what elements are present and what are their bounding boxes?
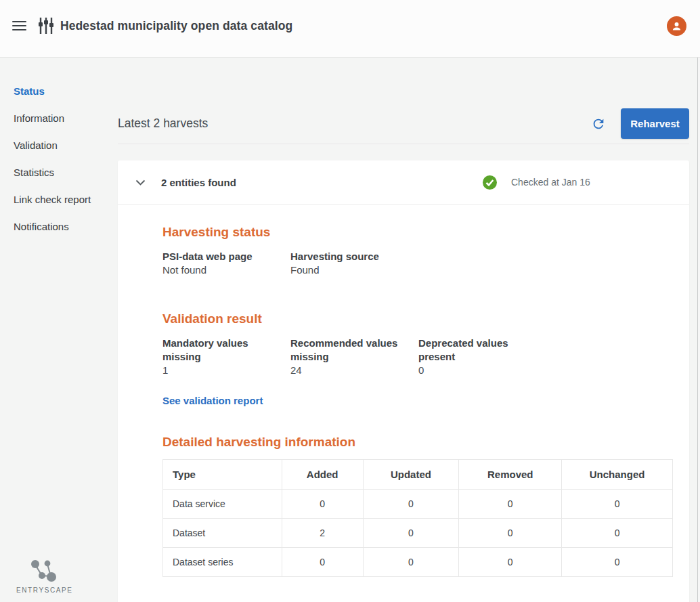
- entryscape-logo: ENTRYSCAPE: [16, 558, 68, 594]
- def-value: Found: [290, 263, 409, 277]
- refresh-icon: [591, 116, 606, 131]
- harvesting-status-grid: PSI-data web page Not found Harvesting s…: [162, 250, 673, 277]
- cell-type: Dataset: [163, 519, 282, 548]
- table-row: Dataset series 0 0 0 0: [163, 548, 673, 577]
- refresh-button[interactable]: [591, 116, 606, 131]
- harvest-card-header[interactable]: 2 entities found Checked at Jan 16: [118, 160, 689, 205]
- harvest-card: 2 entities found Checked at Jan 16 Harve…: [118, 160, 689, 602]
- validation-result-grid: Mandatory values missing 1 Recommended v…: [162, 337, 673, 377]
- chevron-down-icon[interactable]: [135, 179, 146, 186]
- harvest-card-body: Harvesting status PSI-data web page Not …: [118, 205, 689, 577]
- checked-at-label: Checked at Jan 16: [511, 177, 590, 188]
- column-header-type: Type: [163, 460, 282, 490]
- entryscape-logo-text: ENTRYSCAPE: [16, 586, 68, 594]
- table-row: Data service 0 0 0 0: [163, 490, 673, 519]
- page-title: Latest 2 harvests: [118, 116, 208, 131]
- def-value: 24: [290, 364, 409, 377]
- def-item: PSI-data web page Not found: [162, 250, 290, 277]
- cell-updated: 0: [363, 548, 459, 577]
- sidebar-item-status[interactable]: Status: [14, 83, 93, 99]
- def-label: Harvesting source: [290, 250, 409, 263]
- def-label: Mandatory values missing: [162, 337, 281, 364]
- cell-removed: 0: [459, 548, 562, 577]
- def-value: Not found: [162, 263, 281, 277]
- def-item: Harvesting source Found: [290, 250, 418, 277]
- user-avatar-icon[interactable]: [667, 16, 686, 36]
- harvest-summary: 2 entities found: [161, 177, 236, 188]
- cell-unchanged: 0: [562, 490, 673, 519]
- cell-added: 0: [282, 548, 363, 577]
- column-header-updated: Updated: [363, 460, 459, 490]
- cell-unchanged: 0: [562, 519, 673, 548]
- app-header: Hedestad municipality open data catalog: [0, 0, 700, 58]
- success-check-icon: [483, 175, 497, 190]
- toolbar: Latest 2 harvests Reharvest: [118, 108, 689, 139]
- cell-removed: 0: [459, 519, 562, 548]
- validation-result-heading: Validation result: [162, 311, 673, 326]
- def-value: 0: [418, 364, 537, 377]
- cell-removed: 0: [459, 490, 562, 519]
- cell-added: 0: [282, 490, 363, 519]
- sidebar-item-statistics[interactable]: Statistics: [14, 165, 93, 180]
- cell-type: Data service: [163, 490, 282, 519]
- validation-report-link[interactable]: See validation report: [162, 395, 263, 406]
- detailed-harvesting-heading: Detailed harvesting information: [162, 434, 673, 450]
- sidebar-item-validation[interactable]: Validation: [14, 137, 93, 153]
- app-title: Hedestad municipality open data catalog: [60, 19, 292, 33]
- table-row: Dataset 2 0 0 0: [163, 519, 673, 548]
- column-header-added: Added: [282, 460, 363, 490]
- cell-updated: 0: [363, 490, 459, 519]
- harvest-table: Type Added Updated Removed Unchanged Dat…: [162, 459, 673, 577]
- entryscape-logo-icon: [26, 558, 58, 584]
- def-item: Mandatory values missing 1: [162, 337, 290, 377]
- def-item: Deprecated values present 0: [418, 337, 546, 377]
- def-label: PSI-data web page: [162, 250, 281, 263]
- cell-updated: 0: [363, 519, 459, 548]
- sliders-icon: [38, 17, 54, 35]
- toolbar-divider: [118, 144, 689, 144]
- cell-unchanged: 0: [562, 548, 673, 577]
- cell-type: Dataset series: [163, 548, 282, 577]
- cell-added: 2: [282, 519, 363, 548]
- sidebar-item-notifications[interactable]: Notifications: [14, 219, 93, 234]
- column-header-removed: Removed: [459, 460, 562, 490]
- sidebar-item-information[interactable]: Information: [14, 110, 93, 126]
- column-header-unchanged: Unchanged: [562, 460, 673, 490]
- menu-icon[interactable]: [12, 18, 26, 33]
- def-label: Deprecated values present: [418, 337, 537, 364]
- reharvest-button[interactable]: Reharvest: [621, 108, 689, 139]
- def-label: Recommended values missing: [290, 337, 409, 364]
- scrollbar-track[interactable]: [697, 58, 700, 602]
- def-value: 1: [162, 364, 281, 377]
- checked-status: Checked at Jan 16: [483, 175, 590, 190]
- sidebar-item-link-check-report[interactable]: Link check report: [14, 192, 93, 207]
- def-item: Recommended values missing 24: [290, 337, 418, 377]
- sidebar: Status Information Validation Statistics…: [0, 58, 118, 602]
- table-header-row: Type Added Updated Removed Unchanged: [163, 460, 673, 490]
- main-content: Latest 2 harvests Reharvest 2 entities f…: [118, 58, 689, 602]
- harvesting-status-heading: Harvesting status: [162, 224, 673, 240]
